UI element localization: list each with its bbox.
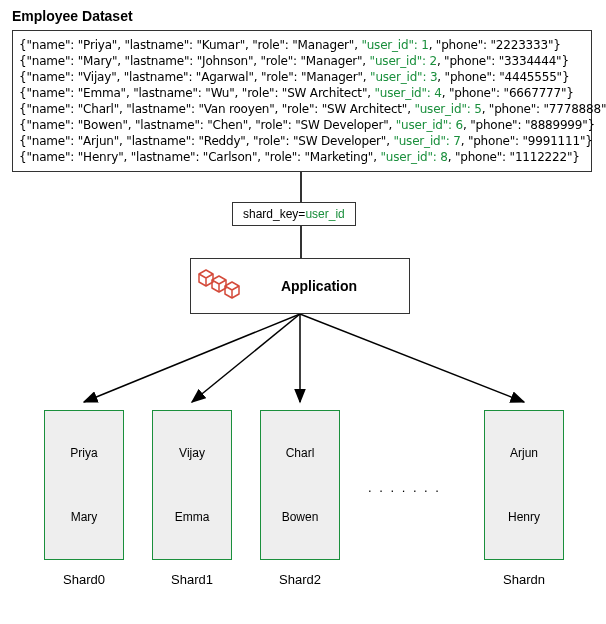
shard-key-value: user_id — [305, 207, 344, 221]
dataset-record: {"name": "Bowen", "lastname": "Chen", "r… — [19, 117, 585, 133]
connector-line-1 — [300, 172, 302, 202]
dataset-title: Employee Dataset — [12, 8, 133, 24]
shard-box: CharlBowen — [260, 410, 340, 560]
dataset-record: {"name": "Priya", "lastname": "Kumar", "… — [19, 37, 585, 53]
shard-label: Shard0 — [44, 572, 124, 587]
dataset-record: {"name": "Arjun", "lastname": "Reddy", "… — [19, 133, 585, 149]
application-cubes-icon — [191, 258, 247, 314]
svg-line-1 — [84, 314, 300, 402]
dataset-record: {"name": "Emma", "lastname": "Wu", "role… — [19, 85, 585, 101]
shard-item: Bowen — [282, 510, 319, 524]
shard-item: Charl — [286, 446, 315, 460]
connector-line-2 — [300, 226, 302, 258]
shard-item: Arjun — [510, 446, 538, 460]
application-label: Application — [247, 278, 409, 294]
svg-line-4 — [300, 314, 524, 402]
shard-key-label: shard_key= — [243, 207, 305, 221]
shard-item: Priya — [70, 446, 97, 460]
shard-box: VijayEmma — [152, 410, 232, 560]
shard-item: Emma — [175, 510, 210, 524]
shard-key-box: shard_key=user_id — [232, 202, 356, 226]
shard-label: Shard2 — [260, 572, 340, 587]
dataset-record: {"name": "Charl", "lastname": "Van rooye… — [19, 101, 585, 117]
shard-box: PriyaMary — [44, 410, 124, 560]
shard-box: ArjunHenry — [484, 410, 564, 560]
shard-item: Vijay — [179, 446, 205, 460]
dataset-record: {"name": "Mary", "lastname": "Johnson", … — [19, 53, 585, 69]
dataset-box: {"name": "Priya", "lastname": "Kumar", "… — [12, 30, 592, 172]
shard-item: Henry — [508, 510, 540, 524]
shard-label: Shard1 — [152, 572, 232, 587]
shards-ellipsis: . . . . . . . — [368, 480, 441, 495]
dataset-record: {"name": "Vijay", "lastname": "Agarwal",… — [19, 69, 585, 85]
application-box: Application — [190, 258, 410, 314]
fanout-arrows — [0, 314, 606, 410]
shard-item: Mary — [71, 510, 98, 524]
dataset-record: {"name": "Henry", "lastname": "Carlson",… — [19, 149, 585, 165]
svg-line-2 — [192, 314, 300, 402]
shard-label: Shardn — [484, 572, 564, 587]
